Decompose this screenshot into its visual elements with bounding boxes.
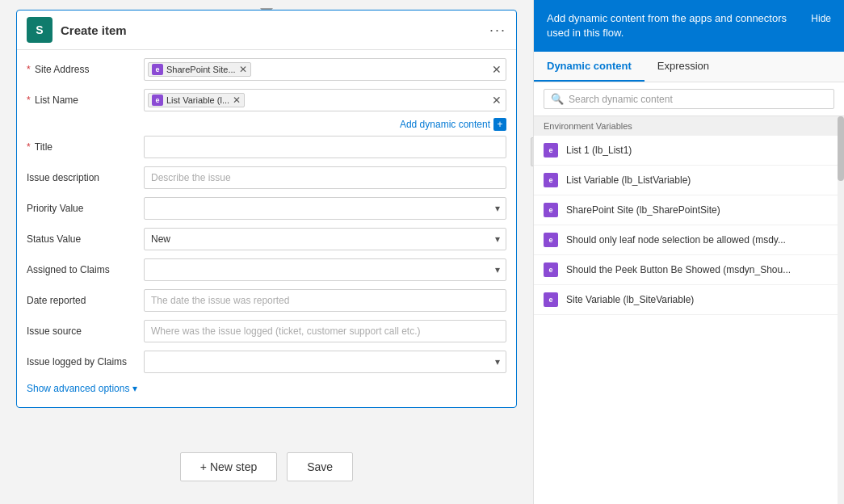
status-label: Status Value xyxy=(27,233,144,245)
list-name-input[interactable]: e List Variable (l... ✕ xyxy=(144,89,506,111)
status-field[interactable]: New ▾ xyxy=(144,228,506,250)
list-name-tag: e List Variable (l... ✕ xyxy=(148,93,245,107)
item-label-2: SharePoint Site (lb_SharePointSite) xyxy=(566,204,720,216)
date-reported-field[interactable] xyxy=(144,289,506,312)
issue-source-label: Issue source xyxy=(27,326,144,337)
card-title: Create item xyxy=(61,23,127,37)
dynamic-content-panel: Add dynamic content from the apps and co… xyxy=(533,0,844,504)
site-address-row: * Site Address e SharePoint Site... ✕ ✕ xyxy=(27,57,506,82)
issue-description-label: Issue description xyxy=(27,172,144,183)
priority-row: Priority Value ▾ xyxy=(27,195,506,221)
new-step-button[interactable]: + New step xyxy=(180,452,277,481)
date-reported-row: Date reported xyxy=(27,288,506,313)
required-star-2: * xyxy=(27,94,31,106)
assigned-field[interactable]: ▾ xyxy=(144,258,506,281)
card-menu-button[interactable]: ··· xyxy=(489,22,506,39)
issue-description-field[interactable] xyxy=(144,166,506,189)
show-advanced-chevron-icon: ▾ xyxy=(132,383,137,394)
item-label-0: List 1 (lb_List1) xyxy=(566,145,632,156)
panel-hide-button[interactable]: Hide xyxy=(811,11,831,24)
issue-source-field[interactable] xyxy=(144,320,506,342)
panel-list: Environment Variables e List 1 (lb_List1… xyxy=(534,116,838,504)
section-header: Environment Variables xyxy=(534,116,838,136)
site-address-tag-close[interactable]: ✕ xyxy=(239,65,247,74)
add-dynamic-plus-button[interactable]: + xyxy=(493,118,506,131)
logged-select[interactable] xyxy=(144,351,506,373)
item-label-4: Should the Peek Button Be Showed (msdyn_… xyxy=(566,264,791,275)
title-input[interactable] xyxy=(144,136,506,158)
site-address-label: * Site Address xyxy=(27,64,144,75)
list-item-2[interactable]: e SharePoint Site (lb_SharePointSite) xyxy=(534,195,838,225)
card-icon: S xyxy=(27,17,52,43)
list-item-3[interactable]: e Should only leaf node selection be all… xyxy=(534,225,838,255)
item-label-5: Site Variable (lb_SiteVariable) xyxy=(566,294,694,305)
title-label: * Title xyxy=(27,141,144,153)
logged-row: Issue logged by Claims ▾ xyxy=(27,349,506,375)
item-label-3: Should only leaf node selection be allow… xyxy=(566,234,786,246)
scrollbar-thumb[interactable] xyxy=(838,116,844,181)
issue-source-row: Issue source xyxy=(27,318,506,344)
card-header: S Create item ··· xyxy=(17,10,516,50)
site-address-tag: e SharePoint Site... ✕ xyxy=(148,62,251,77)
site-address-field[interactable]: e SharePoint Site... ✕ ✕ xyxy=(144,58,506,81)
save-button[interactable]: Save xyxy=(287,452,353,481)
item-icon-2: e xyxy=(544,203,558,217)
show-advanced-label: Show advanced options xyxy=(27,383,129,394)
item-icon-0: e xyxy=(544,143,558,158)
list-item-5[interactable]: e Site Variable (lb_SiteVariable) xyxy=(534,285,838,315)
card-body: * Site Address e SharePoint Site... ✕ ✕ xyxy=(17,50,516,407)
logged-label: Issue logged by Claims xyxy=(27,356,144,368)
tag-icon-2: e xyxy=(152,94,163,106)
list-name-label: * List Name xyxy=(27,94,144,106)
required-star: * xyxy=(27,64,31,75)
logged-field[interactable]: ▾ xyxy=(144,351,506,373)
search-icon: 🔍 xyxy=(551,93,564,105)
priority-field[interactable]: ▾ xyxy=(144,197,506,220)
card-header-left: S Create item xyxy=(27,17,127,43)
search-input[interactable] xyxy=(569,94,827,105)
panel-tabs: Dynamic content Expression xyxy=(534,52,844,82)
tab-dynamic-content[interactable]: Dynamic content xyxy=(534,52,645,82)
list-item-4[interactable]: e Should the Peek Button Be Showed (msdy… xyxy=(534,255,838,285)
add-dynamic-content-button[interactable]: Add dynamic content xyxy=(400,119,490,130)
item-icon-5: e xyxy=(544,292,558,307)
site-address-input[interactable]: e SharePoint Site... ✕ xyxy=(144,58,506,81)
status-row: Status Value New ▾ xyxy=(27,226,506,252)
issue-description-input[interactable] xyxy=(144,166,506,189)
panel-search-area: 🔍 xyxy=(534,82,844,116)
assigned-label: Assigned to Claims xyxy=(27,264,144,275)
create-item-card: S Create item ··· * Site Address xyxy=(16,10,517,408)
show-advanced-options[interactable]: Show advanced options ▾ xyxy=(27,380,506,397)
required-star-3: * xyxy=(27,141,31,153)
item-icon-1: e xyxy=(544,173,558,187)
assigned-select[interactable] xyxy=(144,258,506,281)
issue-description-row: Issue description xyxy=(27,165,506,191)
assigned-row: Assigned to Claims ▾ xyxy=(27,257,506,283)
priority-select[interactable] xyxy=(144,197,506,220)
panel-header: Add dynamic content from the apps and co… xyxy=(534,0,844,52)
tag-icon: e xyxy=(152,64,163,75)
list-name-clear[interactable]: ✕ xyxy=(492,94,502,107)
scrollbar-track[interactable] xyxy=(838,116,844,504)
title-field[interactable] xyxy=(144,136,506,158)
list-item[interactable]: e List 1 (lb_List1) xyxy=(534,136,838,166)
title-row: * Title xyxy=(27,134,506,160)
search-box[interactable]: 🔍 xyxy=(544,89,834,109)
list-name-field[interactable]: e List Variable (l... ✕ ✕ xyxy=(144,89,506,111)
panel-content: Environment Variables e List 1 (lb_List1… xyxy=(534,116,844,504)
item-icon-3: e xyxy=(544,233,558,247)
item-icon-4: e xyxy=(544,262,558,277)
list-name-row: * List Name e List Variable (l... ✕ ✕ xyxy=(27,87,506,113)
panel-header-text: Add dynamic content from the apps and co… xyxy=(547,11,811,40)
list-item-1[interactable]: e List Variable (lb_ListVariable) xyxy=(534,166,838,195)
status-select[interactable]: New xyxy=(144,228,506,250)
list-name-tag-close[interactable]: ✕ xyxy=(233,95,241,105)
item-label-1: List Variable (lb_ListVariable) xyxy=(566,174,691,186)
date-reported-input[interactable] xyxy=(144,289,506,312)
tab-expression[interactable]: Expression xyxy=(645,52,722,82)
priority-label: Priority Value xyxy=(27,203,144,214)
date-reported-label: Date reported xyxy=(27,295,144,306)
dynamic-content-row: Add dynamic content + xyxy=(27,118,506,131)
site-address-clear[interactable]: ✕ xyxy=(492,63,502,76)
issue-source-input[interactable] xyxy=(144,320,506,342)
